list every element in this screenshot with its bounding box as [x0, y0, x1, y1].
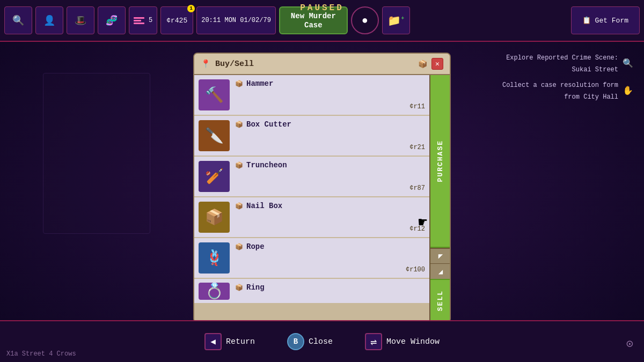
- item-image-boxcutter: 🔪: [199, 120, 230, 151]
- circle-icon: ●: [362, 14, 368, 27]
- item-box-icon-nailbox: 📦: [235, 202, 243, 210]
- stats-count: 5: [149, 17, 152, 24]
- indicator-icon: ⊙: [626, 338, 633, 351]
- item-name-row-truncheon: 📦 Truncheon: [235, 161, 425, 169]
- nailbox-icon: 📦: [205, 208, 224, 226]
- money-display: ¢r425 1: [160, 6, 193, 34]
- item-box-icon-truncheon: 📦: [235, 161, 243, 169]
- hint-item-1: Explore Reported Crime Scene:Sukai Stree…: [502, 53, 633, 76]
- list-item[interactable]: 🪢 📦 Rope ¢r100: [194, 238, 429, 279]
- return-button[interactable]: ◀ Return: [204, 333, 255, 350]
- item-box-icon-hammer: 📦: [235, 80, 243, 88]
- hammer-icon: 🔨: [205, 86, 224, 104]
- item-image-hammer: 🔨: [199, 79, 230, 110]
- hat-button[interactable]: 🎩: [67, 6, 94, 34]
- item-info-nailbox: 📦 Nail Box ¢r12: [235, 201, 425, 234]
- stat-bar-3: [134, 23, 144, 24]
- get-form-label: Get Form: [595, 17, 628, 25]
- modal-title-area: 📍 Buy/Sell: [201, 59, 254, 69]
- scroll-down-icon: ◢: [438, 267, 443, 276]
- item-name-boxcutter: Box Cutter: [246, 120, 291, 129]
- star-badge: 1: [187, 5, 195, 12]
- sell-label: SELL: [436, 290, 444, 311]
- search-icon: 🔍: [12, 14, 24, 26]
- scroll-up-button[interactable]: ◤: [430, 249, 451, 264]
- close-circle-icon: B: [287, 333, 304, 350]
- stats-display: 5: [129, 6, 157, 34]
- street-label: X1a Street 4 Crows: [6, 350, 76, 358]
- folder-button[interactable]: 📁+: [382, 6, 410, 34]
- item-info-hammer: 📦 Hammer ¢r11: [235, 78, 425, 112]
- list-item[interactable]: 🔪 📦 Box Cutter ¢r21: [194, 116, 429, 157]
- modal-body: 🔨 📦 Hammer ¢r11 🔪: [194, 75, 450, 320]
- item-name-row-hammer: 📦 Hammer: [235, 79, 425, 88]
- modal-header-icons: 📦 ✕: [418, 58, 443, 70]
- hint-text-2: Collect a case resolution formfrom City …: [502, 80, 618, 103]
- item-name-row-boxcutter: 📦 Box Cutter: [235, 120, 425, 129]
- item-list: 🔨 📦 Hammer ¢r11 🔪: [194, 75, 429, 320]
- item-info-truncheon: 📦 Truncheon ¢r87: [235, 160, 425, 193]
- close-button[interactable]: ✕: [431, 58, 443, 70]
- dna-icon: 🧬: [106, 14, 118, 26]
- bottom-bar: ◀ Return B Close ⇌ Move Window X1a Stree…: [0, 320, 644, 362]
- scroll-down-button[interactable]: ◢: [430, 264, 451, 279]
- item-box-icon-ring: 📦: [235, 284, 243, 292]
- move-label: Move Window: [386, 337, 440, 346]
- search-button[interactable]: 🔍: [4, 6, 32, 34]
- purchase-button[interactable]: PURCHASE: [430, 75, 450, 248]
- boxcutter-icon: 🔪: [205, 127, 224, 145]
- close-label: Close: [309, 337, 333, 346]
- move-window-button[interactable]: ⇌ Move Window: [365, 333, 440, 350]
- item-info-rope: 📦 Rope ¢r100: [235, 241, 425, 275]
- purchase-label: PURCHASE: [436, 140, 444, 182]
- modal-header: 📍 Buy/Sell 📦 ✕: [194, 54, 450, 75]
- location-pin-icon: 📍: [201, 59, 211, 69]
- return-icon-box: ◀: [204, 333, 222, 350]
- circle-button[interactable]: ●: [351, 6, 379, 34]
- dna-button[interactable]: 🧬: [98, 6, 126, 34]
- item-box-icon-boxcutter: 📦: [235, 121, 243, 129]
- game-cabinet-decoration: [43, 73, 150, 234]
- rope-icon: 🪢: [205, 249, 224, 267]
- item-price-truncheon: ¢r87: [235, 184, 425, 192]
- person-button[interactable]: 👤: [35, 6, 63, 34]
- sell-button[interactable]: SELL: [430, 279, 450, 320]
- list-item[interactable]: 🔨 📦 Hammer ¢r11: [194, 75, 429, 116]
- paused-label: PAUSED: [300, 3, 344, 13]
- person-icon: 👤: [43, 14, 55, 26]
- item-name-rope: Rope: [246, 242, 265, 251]
- hat-icon: 🎩: [75, 14, 86, 26]
- folder-icon: 📁+: [387, 14, 404, 27]
- item-name-row-nailbox: 📦 Nail Box: [235, 202, 425, 210]
- item-name-hammer: Hammer: [246, 79, 273, 88]
- item-image-rope: 🪢: [199, 242, 230, 274]
- list-item[interactable]: 📦 📦 Nail Box ¢r12: [194, 197, 429, 238]
- item-name-ring: Ring: [246, 283, 265, 292]
- modal-title: Buy/Sell: [215, 60, 254, 69]
- item-box-icon-rope: 📦: [235, 243, 243, 251]
- side-hints: Explore Reported Crime Scene:Sukai Stree…: [502, 53, 633, 107]
- time-text: 20:11 MON 01/02/79: [201, 17, 271, 24]
- magnify-icon: 🔍: [623, 56, 633, 72]
- right-indicator: ⊙: [626, 337, 633, 351]
- list-item[interactable]: 🏏 📦 Truncheon ¢r87: [194, 157, 429, 197]
- get-form-button[interactable]: 📋 Get Form: [571, 6, 640, 34]
- item-price-nailbox: ¢r12: [235, 225, 425, 233]
- buy-sell-modal: 📍 Buy/Sell 📦 ✕: [193, 53, 451, 320]
- item-image-truncheon: 🏏: [199, 161, 230, 192]
- return-icon: ◀: [210, 336, 216, 347]
- list-item[interactable]: 💍 📦 Ring: [194, 279, 429, 303]
- get-form-icon: 📋: [582, 16, 591, 25]
- hint-item-2: Collect a case resolution formfrom City …: [502, 80, 633, 103]
- item-price-boxcutter: ¢r21: [235, 144, 425, 151]
- move-icon-box: ⇌: [365, 333, 382, 350]
- close-button-bottom[interactable]: B Close: [287, 333, 333, 350]
- item-name-row-ring: 📦 Ring: [235, 283, 425, 292]
- item-name-truncheon: Truncheon: [246, 161, 287, 169]
- stat-bar-1: [134, 17, 144, 19]
- modal-container: 📍 Buy/Sell 📦 ✕: [193, 53, 451, 320]
- item-info-boxcutter: 📦 Box Cutter ¢r21: [235, 119, 425, 152]
- scroll-up-icon: ◤: [438, 252, 443, 261]
- ring-icon: 💍: [205, 282, 224, 300]
- item-name-nailbox: Nail Box: [246, 202, 282, 210]
